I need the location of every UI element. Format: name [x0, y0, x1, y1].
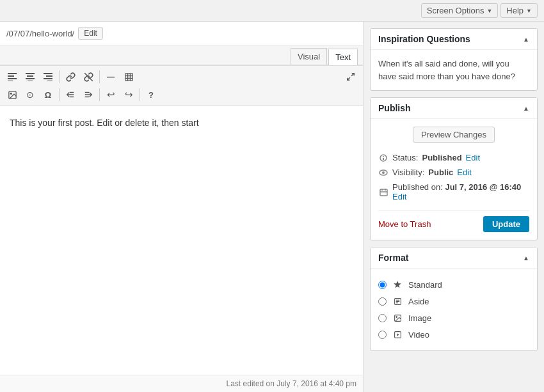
- toolbar-divider-1: [59, 70, 60, 83]
- permalink-bar: /07/07/hello-world/ Edit: [0, 22, 363, 45]
- format-radio-standard[interactable]: [378, 281, 387, 289]
- inspiration-toggle-icon: ▲: [523, 36, 529, 43]
- published-label: Published on:: [392, 182, 443, 192]
- help-button[interactable]: Help ▼: [500, 3, 538, 18]
- format-icon-aside: [392, 295, 403, 307]
- move-to-trash-link[interactable]: Move to Trash: [378, 219, 431, 229]
- inspiration-metabox-header[interactable]: Inspiration Questions ▲: [371, 29, 537, 50]
- publish-date-row: Published on: Jul 7, 2016 @ 16:40 Edit: [378, 180, 529, 204]
- keyboard-help-icon[interactable]: ?: [143, 86, 159, 103]
- image-toolbar-icon[interactable]: [4, 86, 20, 103]
- format-radio-image[interactable]: [378, 314, 387, 322]
- format-icon-standard: [392, 279, 403, 290]
- publish-metabox-body: Preview Changes Status: Published Edit V…: [371, 119, 537, 240]
- indent-icon[interactable]: [80, 86, 97, 103]
- format-metabox-header[interactable]: Format ▲: [371, 247, 537, 269]
- svg-rect-13: [125, 73, 132, 80]
- inspiration-metabox: Inspiration Questions ▲ When it's all sa…: [370, 28, 538, 91]
- align-left-icon[interactable]: [4, 68, 20, 85]
- svg-rect-4: [26, 73, 35, 74]
- visibility-value: Public: [428, 168, 453, 177]
- svg-marker-37: [394, 281, 401, 288]
- format-label-aside: Aside: [408, 297, 429, 306]
- publish-toggle-icon: ▲: [523, 105, 529, 112]
- svg-rect-7: [28, 81, 33, 81]
- svg-rect-0: [8, 73, 17, 74]
- format-option-image[interactable]: Image: [378, 310, 529, 326]
- format-radio-aside[interactable]: [378, 297, 387, 306]
- inspiration-text: When it's all said and done, will you ha…: [378, 58, 529, 82]
- editor-text: This is your first post. Edit or delete …: [10, 116, 353, 130]
- horizontal-rule-icon[interactable]: —: [102, 68, 119, 85]
- status-value: Published: [422, 153, 461, 162]
- redo-icon[interactable]: ↪: [120, 86, 137, 103]
- svg-point-32: [382, 171, 385, 174]
- editor-content[interactable]: This is your first post. Edit or delete …: [0, 106, 363, 375]
- special-char-icon[interactable]: Ω: [40, 86, 56, 103]
- permalink-url: /07/07/hello-world/: [6, 29, 74, 38]
- toolbar-row-2: ⊙ Ω ↩ ↪ ?: [4, 86, 359, 103]
- format-option-video[interactable]: Video: [378, 326, 529, 343]
- svg-rect-9: [46, 75, 52, 77]
- published-info: Published on: Jul 7, 2016 @ 16:40 Edit: [392, 182, 521, 201]
- published-value: Jul 7, 2016 @ 16:40: [445, 182, 521, 192]
- screen-options-button[interactable]: Screen Options ▼: [421, 3, 499, 18]
- published-edit-link[interactable]: Edit: [392, 192, 406, 201]
- publish-metabox: Publish ▲ Preview Changes Status: Publis…: [370, 97, 538, 240]
- main-layout: /07/07/hello-world/ Edit Visual Text: [0, 22, 544, 392]
- toolbar: — ⊙ Ω: [0, 66, 363, 106]
- toolbar-divider-5: [140, 88, 140, 101]
- publish-metabox-header[interactable]: Publish ▲: [371, 98, 537, 119]
- help-label: Help: [506, 6, 524, 15]
- format-label-video: Video: [408, 330, 429, 340]
- visual-tab[interactable]: Visual: [291, 48, 327, 65]
- toolbar-divider-2: [99, 70, 100, 83]
- toolbar-row-1: —: [4, 68, 359, 85]
- svg-rect-33: [380, 189, 387, 196]
- status-edit-link[interactable]: Edit: [466, 153, 480, 162]
- text-tab[interactable]: Text: [328, 49, 358, 65]
- media-icon[interactable]: ⊙: [22, 86, 38, 103]
- preview-changes-button[interactable]: Preview Changes: [413, 127, 495, 143]
- publish-title: Publish: [378, 103, 411, 113]
- fullscreen-icon[interactable]: [342, 68, 359, 85]
- visibility-label: Visibility:: [392, 168, 424, 177]
- svg-rect-1: [8, 75, 14, 77]
- permalink-edit-button[interactable]: Edit: [78, 27, 103, 40]
- svg-rect-30: [383, 158, 384, 160]
- svg-rect-2: [8, 78, 17, 79]
- svg-point-29: [383, 156, 384, 157]
- unlink-icon[interactable]: [80, 68, 97, 85]
- editor-panel: /07/07/hello-world/ Edit Visual Text: [0, 22, 364, 392]
- outdent-icon[interactable]: [62, 86, 79, 103]
- svg-rect-6: [26, 78, 35, 79]
- align-center-icon[interactable]: [22, 68, 38, 85]
- format-option-aside[interactable]: Aside: [378, 293, 529, 310]
- screen-options-chevron-icon: ▼: [486, 8, 492, 14]
- align-right-icon[interactable]: [40, 68, 56, 85]
- sidebar: Inspiration Questions ▲ When it's all sa…: [364, 22, 544, 392]
- table-icon[interactable]: [120, 68, 137, 85]
- visibility-edit-link[interactable]: Edit: [457, 168, 471, 177]
- format-toggle-icon: ▲: [523, 255, 529, 262]
- format-radio-video[interactable]: [378, 331, 387, 339]
- svg-rect-8: [44, 73, 52, 74]
- link-icon[interactable]: [62, 68, 79, 85]
- undo-icon[interactable]: ↩: [102, 86, 119, 103]
- svg-point-21: [10, 93, 12, 94]
- svg-rect-5: [27, 75, 33, 77]
- svg-marker-45: [397, 333, 399, 336]
- status-icon: [378, 154, 388, 162]
- editor-footer: Last edited on July 7, 2016 at 4:40 pm: [0, 375, 363, 392]
- top-bar: Screen Options ▼ Help ▼: [0, 0, 544, 22]
- format-option-standard[interactable]: Standard: [378, 276, 529, 293]
- help-chevron-icon: ▼: [526, 8, 532, 14]
- format-title: Format: [378, 253, 408, 263]
- calendar-icon: [378, 188, 388, 196]
- status-label: Status:: [392, 153, 418, 162]
- update-button[interactable]: Update: [483, 216, 529, 232]
- toolbar-divider-3: [59, 88, 60, 101]
- format-metabox: Format ▲ StandardAsideImageVideo: [370, 247, 538, 351]
- svg-rect-3: [8, 81, 13, 81]
- toolbar-divider-4: [99, 88, 100, 101]
